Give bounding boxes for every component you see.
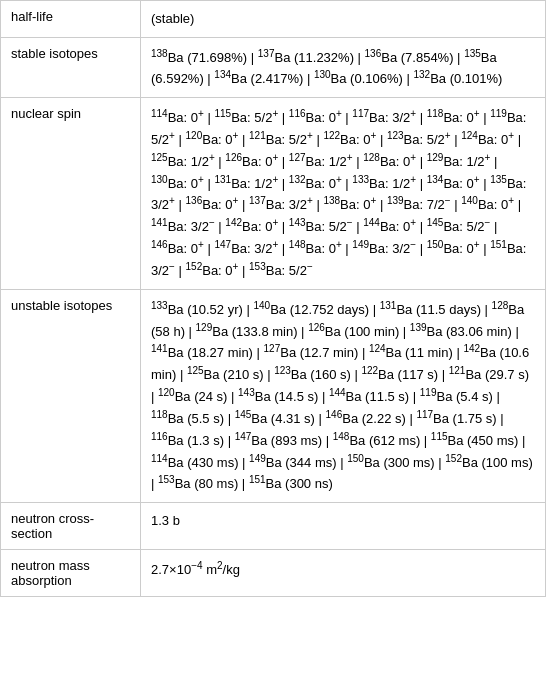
row-nuclear-spin: nuclear spin 114Ba: 0+ | 115Ba: 5/2+ | 1… xyxy=(1,98,546,290)
row-half-life: half-life (stable) xyxy=(1,1,546,38)
value-neutron-mass-absorption: 2.7×10−4 m2/kg xyxy=(141,550,546,597)
label-neutron-mass-absorption: neutron mass absorption xyxy=(1,550,141,597)
label-neutron-cross-section: neutron cross-section xyxy=(1,503,141,550)
value-unstable-isotopes: 133Ba (10.52 yr) | 140Ba (12.752 days) |… xyxy=(141,289,546,502)
label-nuclear-spin: nuclear spin xyxy=(1,98,141,290)
label-unstable-isotopes: unstable isotopes xyxy=(1,289,141,502)
label-stable-isotopes: stable isotopes xyxy=(1,37,141,98)
value-half-life: (stable) xyxy=(141,1,546,38)
value-nuclear-spin: 114Ba: 0+ | 115Ba: 5/2+ | 116Ba: 0+ | 11… xyxy=(141,98,546,290)
value-neutron-cross-section: 1.3 b xyxy=(141,503,546,550)
row-neutron-mass-absorption: neutron mass absorption 2.7×10−4 m2/kg xyxy=(1,550,546,597)
value-stable-isotopes: 138Ba (71.698%) | 137Ba (11.232%) | 136B… xyxy=(141,37,546,98)
row-unstable-isotopes: unstable isotopes 133Ba (10.52 yr) | 140… xyxy=(1,289,546,502)
row-neutron-cross-section: neutron cross-section 1.3 b xyxy=(1,503,546,550)
label-half-life: half-life xyxy=(1,1,141,38)
row-stable-isotopes: stable isotopes 138Ba (71.698%) | 137Ba … xyxy=(1,37,546,98)
